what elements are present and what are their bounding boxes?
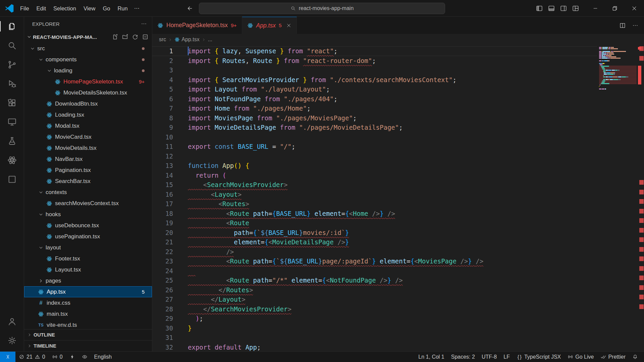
code-line-16[interactable]: 16 <Layout>: [152, 190, 597, 199]
code-line-22[interactable]: 22 />: [152, 247, 597, 257]
code-line-14[interactable]: 14 return (: [152, 171, 597, 180]
code-line-27[interactable]: 27 </Layout>: [152, 295, 597, 304]
timeline-section[interactable]: TIMELINE: [24, 340, 152, 351]
file-usePagination.tsx[interactable]: usePagination.tsx: [24, 231, 152, 242]
menu-selection[interactable]: Selection: [50, 3, 80, 14]
folder-pages[interactable]: pages: [24, 275, 152, 286]
file-Footer.tsx[interactable]: Footer.tsx: [24, 253, 152, 264]
file-MovieCard.tsx[interactable]: MovieCard.tsx: [24, 131, 152, 142]
menu-view[interactable]: View: [80, 3, 99, 14]
explorer-more-actions-icon[interactable]: [141, 20, 147, 27]
toggle-panel-icon[interactable]: [548, 5, 555, 12]
folder-src[interactable]: src: [24, 43, 152, 54]
file-index.css[interactable]: #index.css: [24, 297, 152, 308]
folder-layout[interactable]: layout: [24, 242, 152, 253]
file-vite-env.d.ts[interactable]: TSvite-env.d.ts: [24, 319, 152, 329]
more-actions-icon[interactable]: [632, 22, 639, 29]
collapse-folders-icon[interactable]: [142, 34, 149, 40]
activitybar-settings[interactable]: [0, 331, 24, 350]
activitybar-run-and-debug[interactable]: [0, 74, 24, 93]
code-line-5[interactable]: 5import Layout from "./layout/Layout";: [152, 84, 597, 94]
code-line-3[interactable]: 3: [152, 65, 597, 75]
file-searchMoviesContext.tsx[interactable]: searchMoviesContext.tsx: [24, 198, 152, 209]
file-useDebounce.tsx[interactable]: useDebounce.tsx: [24, 220, 152, 231]
status-watch[interactable]: [78, 352, 91, 362]
folder-contexts[interactable]: contexts: [24, 187, 152, 198]
file-App.tsx[interactable]: App.tsx5: [24, 286, 152, 297]
code-line-28[interactable]: 28 </SearchMoviesProvider>: [152, 304, 597, 314]
status-cursor-position[interactable]: Ln 1, Col 1: [415, 352, 447, 362]
activitybar-live-preview[interactable]: [0, 170, 24, 189]
code-line-8[interactable]: 8import MoviesPage from "./pages/MoviesP…: [152, 113, 597, 123]
activitybar-testing[interactable]: [0, 131, 24, 150]
close-icon[interactable]: [625, 0, 644, 17]
activitybar-react-devtools[interactable]: [0, 150, 24, 170]
code-line-2[interactable]: 2import { Routes, Route } from "react-ro…: [152, 56, 597, 66]
file-main.tsx[interactable]: main.tsx: [24, 308, 152, 319]
status-ports[interactable]: 0: [49, 352, 66, 362]
code-line-23[interactable]: 23 <Route path={`${BASE_URL}page/:pageId…: [152, 256, 597, 266]
code-line-11[interactable]: 11export const BASE_URL = "/";: [152, 142, 597, 152]
code-line-21[interactable]: 21 element={<MovieDetailsPage />}: [152, 237, 597, 247]
file-Pagination.tsx[interactable]: Pagination.tsx: [24, 165, 152, 176]
file-Layout.tsx[interactable]: Layout.tsx: [24, 264, 152, 275]
toggle-secondary-sidebar-icon[interactable]: [560, 5, 567, 12]
status-spellcheck-language[interactable]: English: [91, 352, 115, 362]
menu-go[interactable]: Go: [99, 3, 114, 14]
code-line-10[interactable]: 10: [152, 132, 597, 142]
overview-ruler[interactable]: [639, 45, 644, 351]
code-line-1[interactable]: 1import { lazy, Suspense } from "react";: [152, 46, 597, 56]
code-line-25[interactable]: 25 <Route path="/*" element={<NotFoundPa…: [152, 276, 597, 285]
refresh-icon[interactable]: [132, 34, 139, 40]
code-line-24[interactable]: 24: [152, 266, 597, 276]
code-line-18[interactable]: 18 <Route path={BASE_URL} element={<Home…: [152, 209, 597, 219]
tab-App.tsx[interactable]: App.tsx5: [242, 17, 297, 34]
file-Modal.tsx[interactable]: Modal.tsx: [24, 120, 152, 131]
file-DownloadBtn.tsx[interactable]: DownloadBtn.tsx: [24, 98, 152, 109]
status-problems[interactable]: 210: [15, 352, 49, 362]
code-line-6[interactable]: 6import NotFoundPage from "./pages/404";: [152, 94, 597, 104]
project-root-row[interactable]: REACT-MOVIES-APP-MA...: [24, 31, 152, 43]
toggle-sidebar-icon[interactable]: [536, 5, 543, 12]
breadcrumb-item[interactable]: ...: [208, 37, 212, 43]
status-prettier[interactable]: Prettier: [597, 352, 629, 362]
code-line-13[interactable]: 13function App() {: [152, 161, 597, 171]
status-indentation[interactable]: Spaces: 2: [448, 352, 478, 362]
code-line-32[interactable]: 32export default App;: [152, 343, 597, 352]
code-line-12[interactable]: 12: [152, 152, 597, 161]
code-line-26[interactable]: 26 </Routes>: [152, 285, 597, 295]
tab-close-icon[interactable]: [286, 23, 291, 28]
code-line-4[interactable]: 4import { SearchMoviesProvider } from ".…: [152, 75, 597, 85]
menu-edit[interactable]: Edit: [33, 3, 50, 14]
file-Loading.tsx[interactable]: Loading.tsx: [24, 109, 152, 120]
status-notifications[interactable]: [629, 352, 641, 362]
status-language-mode[interactable]: { }TypeScript JSX: [513, 352, 564, 362]
activitybar-explorer[interactable]: [0, 17, 24, 36]
code-line-19[interactable]: 19 <Route: [152, 218, 597, 228]
tab-HomePageSkeleton.tsx[interactable]: HomePageSkeleton.tsx9+: [152, 17, 242, 34]
new-file-icon[interactable]: [112, 34, 118, 40]
menu-run[interactable]: Run: [114, 3, 131, 14]
code-line-20[interactable]: 20 path={`${BASE_URL}movies/:id`}: [152, 228, 597, 238]
code-line-29[interactable]: 29 );: [152, 314, 597, 323]
outline-section[interactable]: OUTLINE: [24, 329, 152, 340]
status-encoding[interactable]: UTF-8: [478, 352, 500, 362]
restore-icon[interactable]: [605, 0, 625, 17]
activitybar-search[interactable]: [0, 36, 24, 55]
new-folder-icon[interactable]: [122, 34, 128, 40]
file-MovieDetails.tsx[interactable]: MovieDetails.tsx: [24, 142, 152, 154]
code-line-7[interactable]: 7import Home from "./pages/Home";: [152, 104, 597, 113]
code-line-9[interactable]: 9import MovieDetailsPage from "./pages/M…: [152, 123, 597, 132]
menu-overflow-button[interactable]: ⋯: [131, 5, 142, 11]
folder-hooks[interactable]: hooks: [24, 209, 152, 220]
menu-file[interactable]: File: [16, 3, 33, 14]
code-line-31[interactable]: 31: [152, 333, 597, 343]
activitybar-extensions[interactable]: [0, 93, 24, 112]
folder-loading[interactable]: loading: [24, 65, 152, 76]
split-editor-icon[interactable]: [619, 22, 626, 29]
status-go-live[interactable]: Go Live: [564, 352, 597, 362]
code-line-15[interactable]: 15 <SearchMoviesProvider>: [152, 180, 597, 190]
customize-layout-icon[interactable]: [572, 5, 579, 12]
breadcrumb-item[interactable]: src: [159, 37, 166, 43]
code-line-17[interactable]: 17 <Routes>: [152, 199, 597, 209]
